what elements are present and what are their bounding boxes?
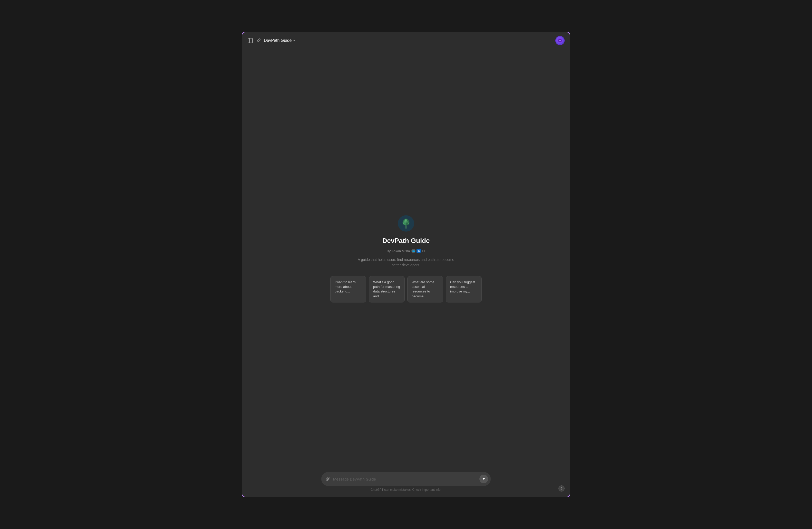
chevron-down-icon: ▾: [293, 39, 295, 42]
new-chat-button[interactable]: [256, 38, 261, 43]
svg-point-7: [404, 222, 404, 223]
svg-rect-5: [405, 225, 407, 229]
svg-point-6: [405, 219, 407, 220]
bot-author: By Ankan Misra 🌐 in +1: [387, 249, 425, 253]
suggestion-card-2[interactable]: What's a good path for mastering data st…: [369, 276, 405, 303]
avatar-inner: [556, 36, 564, 45]
svg-rect-0: [248, 38, 252, 43]
attach-button[interactable]: [325, 476, 331, 482]
user-avatar[interactable]: [555, 36, 565, 45]
bot-description: A guide that helps users find resources …: [357, 257, 455, 268]
message-input[interactable]: [333, 477, 477, 481]
suggestion-card-1[interactable]: I want to learn more about backend...: [330, 276, 366, 303]
linkedin-badge: in: [417, 249, 421, 253]
input-container: [321, 472, 491, 486]
svg-point-8: [408, 222, 409, 223]
svg-point-9: [403, 223, 404, 224]
plus-badge: +1: [422, 249, 425, 253]
app-window: DevPath Guide ▾: [242, 32, 570, 497]
send-button[interactable]: [479, 475, 488, 483]
author-badges: 🌐 in +1: [411, 249, 425, 253]
suggestion-card-3[interactable]: What are some essential resources to bec…: [407, 276, 443, 303]
svg-point-10: [409, 223, 409, 224]
disclaimer: ChatGPT can make mistakes. Check importa…: [371, 488, 441, 491]
title-dropdown[interactable]: DevPath Guide ▾: [264, 38, 295, 43]
bot-title: DevPath Guide: [382, 237, 430, 245]
bot-logo: [398, 215, 414, 232]
suggestion-cards: I want to learn more about backend... Wh…: [330, 276, 482, 303]
gpt-title: DevPath Guide: [264, 38, 292, 43]
main-content: DevPath Guide By Ankan Misra 🌐 in +1 A g…: [242, 49, 570, 469]
svg-point-3: [560, 40, 561, 41]
input-area: ChatGPT can make mistakes. Check importa…: [242, 469, 570, 497]
header: DevPath Guide ▾: [242, 32, 570, 49]
globe-badge: 🌐: [411, 249, 416, 253]
suggestion-card-4[interactable]: Can you suggest resources to improve my.…: [446, 276, 482, 303]
header-left: DevPath Guide ▾: [247, 38, 295, 43]
sidebar-toggle-button[interactable]: [247, 38, 253, 43]
